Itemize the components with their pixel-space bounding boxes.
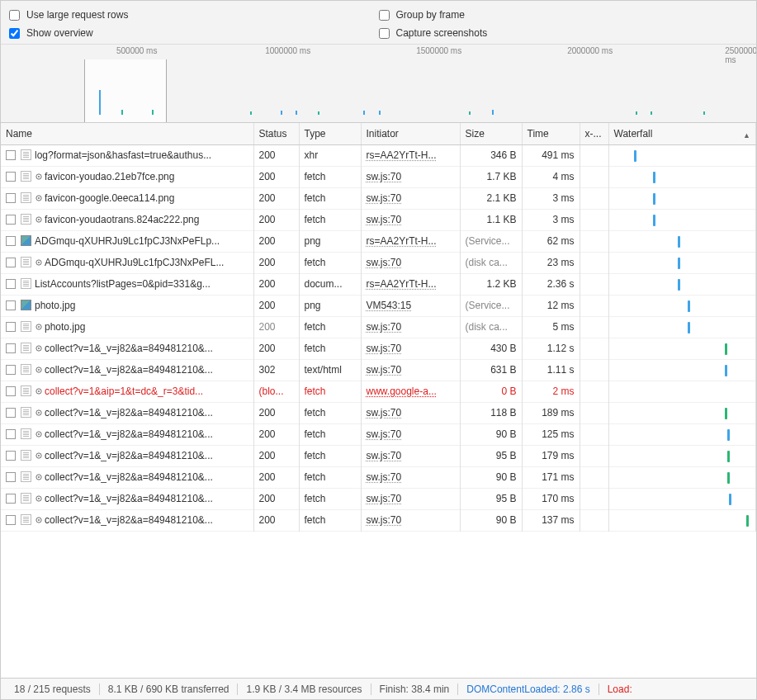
- row-checkbox[interactable]: [6, 451, 16, 461]
- cell-name[interactable]: collect?v=1&_v=j82&a=849481210&...: [1, 423, 253, 445]
- group-by-frame-checkbox[interactable]: [379, 10, 390, 21]
- row-checkbox[interactable]: [6, 236, 16, 246]
- initiator-link[interactable]: sw.js:70: [367, 514, 402, 526]
- cell-initiator[interactable]: sw.js:70: [361, 187, 460, 209]
- cell-name[interactable]: collect?v=1&aip=1&t=dc&_r=3&tid...: [1, 381, 253, 402]
- cell-initiator[interactable]: rs=AA2YrTt-H...: [361, 273, 460, 295]
- col-initiator[interactable]: Initiator: [361, 123, 460, 144]
- table-row[interactable]: photo.jpg200fetchsw.js:70(disk ca...5 ms: [1, 316, 756, 338]
- cell-name[interactable]: ADGmqu-qXUHRJu9Lc1fpCJ3NxPeFL...: [1, 252, 253, 273]
- table-row[interactable]: favicon-youdaotrans.824ac222.png200fetch…: [1, 209, 756, 230]
- cell-initiator[interactable]: sw.js:70: [361, 338, 460, 359]
- initiator-link[interactable]: sw.js:70: [367, 407, 402, 419]
- cell-initiator[interactable]: www.google-a...: [361, 381, 460, 402]
- table-row[interactable]: collect?v=1&_v=j82&a=849481210&...200fet…: [1, 338, 756, 359]
- table-row[interactable]: collect?v=1&_v=j82&a=849481210&...302tex…: [1, 359, 756, 381]
- table-row[interactable]: ADGmqu-qXUHRJu9Lc1fpCJ3NxPeFLp...200pngr…: [1, 230, 756, 252]
- cell-waterfall[interactable]: [608, 273, 756, 295]
- initiator-link[interactable]: www.google-a...: [367, 385, 437, 397]
- row-checkbox[interactable]: [6, 472, 16, 482]
- col-size[interactable]: Size: [460, 123, 522, 144]
- initiator-link[interactable]: rs=AA2YrTt-H...: [367, 149, 437, 161]
- cell-waterfall[interactable]: [608, 466, 756, 488]
- row-checkbox[interactable]: [6, 386, 16, 396]
- cell-initiator[interactable]: sw.js:70: [361, 316, 460, 338]
- col-status[interactable]: Status: [253, 123, 299, 144]
- cell-name[interactable]: favicon-youdaotrans.824ac222.png: [1, 209, 253, 230]
- col-type[interactable]: Type: [299, 123, 361, 144]
- table-row[interactable]: collect?v=1&aip=1&t=dc&_r=3&tid...(blo..…: [1, 381, 756, 402]
- col-xextra[interactable]: x-...: [580, 123, 608, 144]
- table-row[interactable]: ListAccounts?listPages=0&pid=331&g...200…: [1, 273, 756, 295]
- cell-name[interactable]: photo.jpg: [1, 316, 253, 338]
- initiator-link[interactable]: sw.js:70: [367, 192, 402, 204]
- row-checkbox[interactable]: [6, 408, 16, 418]
- cell-initiator[interactable]: sw.js:70: [361, 166, 460, 187]
- cell-name[interactable]: collect?v=1&_v=j82&a=849481210&...: [1, 488, 253, 509]
- initiator-link[interactable]: sw.js:70: [367, 471, 402, 483]
- cell-name[interactable]: ADGmqu-qXUHRJu9Lc1fpCJ3NxPeFLp...: [1, 230, 253, 252]
- col-name[interactable]: Name: [1, 123, 253, 144]
- cell-initiator[interactable]: sw.js:70: [361, 252, 460, 273]
- row-checkbox[interactable]: [6, 279, 16, 289]
- table-row[interactable]: favicon-youdao.21eb7fce.png200fetchsw.js…: [1, 166, 756, 187]
- initiator-link[interactable]: rs=AA2YrTt-H...: [367, 278, 437, 290]
- initiator-link[interactable]: sw.js:70: [367, 171, 402, 182]
- cell-waterfall[interactable]: [608, 230, 756, 252]
- cell-waterfall[interactable]: [608, 187, 756, 209]
- cell-waterfall[interactable]: [608, 316, 756, 338]
- table-row[interactable]: favicon-google.0eeca114.png200fetchsw.js…: [1, 187, 756, 209]
- row-checkbox[interactable]: [6, 215, 16, 225]
- timeline-graph[interactable]: [1, 59, 756, 123]
- row-checkbox[interactable]: [6, 429, 16, 439]
- cell-initiator[interactable]: sw.js:70: [361, 445, 460, 466]
- initiator-link[interactable]: sw.js:70: [367, 343, 402, 354]
- initiator-link[interactable]: sw.js:70: [367, 257, 402, 268]
- initiator-link[interactable]: sw.js:70: [367, 428, 402, 440]
- table-row[interactable]: ADGmqu-qXUHRJu9Lc1fpCJ3NxPeFL...200fetch…: [1, 252, 756, 273]
- row-checkbox[interactable]: [6, 193, 16, 203]
- cell-initiator[interactable]: sw.js:70: [361, 466, 460, 488]
- initiator-link[interactable]: sw.js:70: [367, 214, 402, 225]
- initiator-link[interactable]: rs=AA2YrTt-H...: [367, 235, 437, 247]
- row-checkbox[interactable]: [6, 515, 16, 525]
- initiator-link[interactable]: sw.js:70: [367, 450, 402, 461]
- cell-name[interactable]: favicon-google.0eeca114.png: [1, 187, 253, 209]
- cell-waterfall[interactable]: [608, 209, 756, 230]
- row-checkbox[interactable]: [6, 494, 16, 504]
- cell-name[interactable]: collect?v=1&_v=j82&a=849481210&...: [1, 359, 253, 381]
- cell-name[interactable]: collect?v=1&_v=j82&a=849481210&...: [1, 445, 253, 466]
- cell-initiator[interactable]: sw.js:70: [361, 359, 460, 381]
- table-row[interactable]: collect?v=1&_v=j82&a=849481210&...200fet…: [1, 402, 756, 423]
- table-row[interactable]: collect?v=1&_v=j82&a=849481210&...200fet…: [1, 488, 756, 509]
- cell-initiator[interactable]: sw.js:70: [361, 488, 460, 509]
- cell-waterfall[interactable]: [608, 359, 756, 381]
- table-row[interactable]: photo.jpg200pngVM543:15(Service...12 ms: [1, 295, 756, 316]
- cell-initiator[interactable]: sw.js:70: [361, 402, 460, 423]
- cell-name[interactable]: collect?v=1&_v=j82&a=849481210&...: [1, 402, 253, 423]
- cell-initiator[interactable]: rs=AA2YrTt-H...: [361, 230, 460, 252]
- cell-waterfall[interactable]: [608, 509, 756, 531]
- table-row[interactable]: collect?v=1&_v=j82&a=849481210&...200fet…: [1, 509, 756, 531]
- capture-screenshots-checkbox[interactable]: [379, 28, 390, 39]
- col-time[interactable]: Time: [522, 123, 580, 144]
- cell-name[interactable]: collect?v=1&_v=j82&a=849481210&...: [1, 466, 253, 488]
- row-checkbox[interactable]: [6, 365, 16, 375]
- initiator-link[interactable]: sw.js:70: [367, 321, 402, 333]
- timeline-overview[interactable]: 500000 ms 1000000 ms 1500000 ms 2000000 …: [1, 45, 756, 123]
- cell-initiator[interactable]: sw.js:70: [361, 423, 460, 445]
- cell-name[interactable]: ListAccounts?listPages=0&pid=331&g...: [1, 273, 253, 295]
- cell-name[interactable]: log?format=json&hasfast=true&authus...: [1, 144, 253, 166]
- row-checkbox[interactable]: [6, 172, 16, 182]
- cell-waterfall[interactable]: [608, 381, 756, 402]
- row-checkbox[interactable]: [6, 300, 16, 310]
- cell-waterfall[interactable]: [608, 423, 756, 445]
- network-table-wrap[interactable]: Name Status Type Initiator Size Time x-.…: [1, 123, 756, 678]
- cell-waterfall[interactable]: [608, 295, 756, 316]
- cell-initiator[interactable]: sw.js:70: [361, 209, 460, 230]
- row-checkbox[interactable]: [6, 322, 16, 332]
- cell-waterfall[interactable]: [608, 144, 756, 166]
- cell-waterfall[interactable]: [608, 338, 756, 359]
- initiator-link[interactable]: VM543:15: [367, 300, 412, 311]
- cell-name[interactable]: collect?v=1&_v=j82&a=849481210&...: [1, 509, 253, 531]
